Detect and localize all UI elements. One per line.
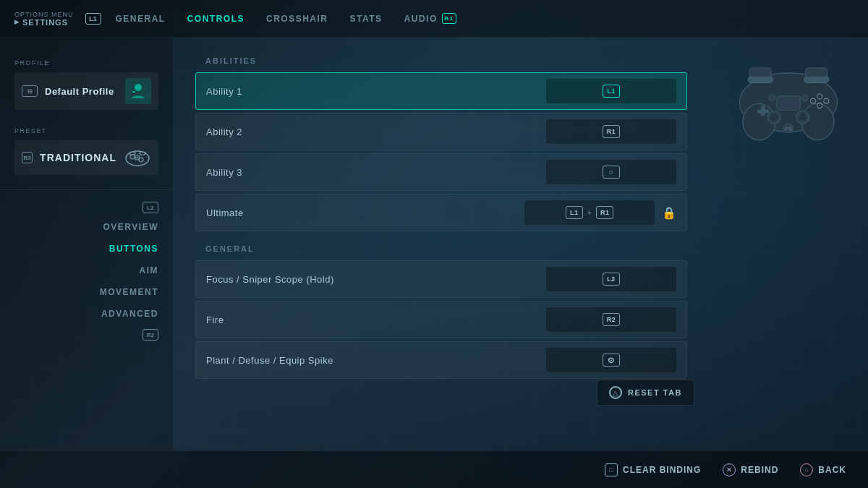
ability-2-name: Ability 2 (206, 127, 546, 137)
reset-tab-label: RESET TAB (628, 388, 682, 397)
tab-stats[interactable]: STATS (350, 11, 383, 27)
tab-controls[interactable]: CONTROLS (187, 11, 244, 27)
abilities-section: ABILITIES Ability 1 L1 Ability 2 R1 (195, 52, 687, 231)
preset-icon (124, 146, 151, 169)
options-menu-title: OPTIONS MENU SETTINGS (14, 11, 74, 27)
top-nav: OPTIONS MENU SETTINGS L1 GENERAL CONTROL… (0, 0, 868, 38)
svg-rect-17 (757, 109, 769, 113)
clear-binding-label: Clear Binding (623, 465, 701, 475)
bottom-bar: □ Clear Binding ✕ Rebind ○ Back (0, 450, 868, 488)
ability-1-name: Ability 1 (206, 86, 546, 97)
profile-card[interactable]: ⊟ Default Profile (14, 72, 158, 110)
focus-key: L2 (546, 267, 676, 291)
reset-tab-button[interactable]: △ RESET TAB (597, 380, 694, 406)
ultimate-key: L1 + R1 (524, 200, 655, 225)
profile-badge: ⊟ (22, 85, 38, 97)
ability-2-key: R1 (546, 119, 676, 144)
ability-3-badge: ○ (603, 166, 620, 179)
svg-point-0 (135, 84, 142, 91)
svg-point-3 (130, 155, 135, 159)
ability-2-row[interactable]: Ability 2 R1 (195, 113, 687, 150)
focus-row[interactable]: Focus / Sniper Scope (Hold) L2 (195, 260, 687, 298)
sidebar-item-movement[interactable]: MOVEMENT (0, 281, 173, 303)
svg-rect-29 (805, 68, 827, 77)
plant-name: Plant / Defuse / Equip Spike (206, 355, 546, 366)
profile-name: Default Profile (45, 86, 114, 97)
lock-icon: 🔒 (662, 206, 676, 220)
r1-tab-badge: R1 (442, 13, 456, 24)
r2-badge: R2 (142, 329, 158, 341)
square-button-icon: □ (605, 463, 618, 476)
fire-badge: R2 (603, 313, 620, 326)
ultimate-r1-badge: R1 (596, 206, 613, 219)
svg-rect-28 (749, 68, 772, 77)
clear-binding-action[interactable]: □ Clear Binding (605, 463, 701, 476)
ability-1-key: L1 (546, 79, 676, 103)
svg-point-14 (801, 95, 808, 101)
reset-tab-icon: △ (609, 386, 622, 399)
settings-label: SETTINGS (14, 18, 74, 27)
sidebar-nav: L2 OVERVIEW BUTTONS AIM MOVEMENT ADVANCE… (0, 190, 173, 352)
svg-point-25 (799, 114, 807, 121)
l1-nav-badge: L1 (85, 13, 101, 25)
preset-badge: R3 (22, 152, 33, 163)
ultimate-row[interactable]: Ultimate L1 + R1 🔒 (195, 194, 687, 231)
back-label: Back (818, 465, 846, 475)
sidebar-item-overview[interactable]: OVERVIEW (0, 216, 173, 238)
profile-label: PROFILE (14, 59, 158, 67)
l2-badge-row: L2 (0, 202, 173, 213)
svg-rect-1 (132, 91, 135, 93)
plant-row[interactable]: Plant / Defuse / Equip Spike ⊙ (195, 341, 687, 379)
general-section: GENERAL Focus / Sniper Scope (Hold) L2 F… (195, 240, 687, 379)
ability-3-name: Ability 3 (206, 167, 546, 178)
ability-1-row[interactable]: Ability 1 L1 (195, 72, 687, 110)
preset-card[interactable]: R3 TRADITIONAL (14, 140, 158, 175)
ultimate-l1-badge: L1 (566, 206, 583, 219)
l2-badge: L2 (142, 202, 158, 213)
ability-2-badge: R1 (603, 125, 620, 138)
o-button-icon: ○ (800, 463, 813, 476)
fire-row[interactable]: Fire R2 (195, 301, 687, 338)
tab-general[interactable]: GENERAL (116, 11, 166, 27)
svg-text:PS: PS (785, 126, 792, 132)
rebind-action[interactable]: ✕ Rebind (723, 463, 778, 476)
preset-name: TRADITIONAL (40, 152, 116, 163)
general-header: GENERAL (195, 240, 687, 260)
profile-section: PROFILE ⊟ Default Profile (0, 52, 173, 120)
ability-3-row[interactable]: Ability 3 ○ (195, 153, 687, 191)
sidebar-item-buttons[interactable]: BUTTONS (0, 238, 173, 260)
focus-badge: L2 (603, 273, 620, 286)
svg-rect-13 (777, 96, 800, 111)
main-content: PROFILE ⊟ Default Profile (0, 38, 868, 450)
plant-badge: ⊙ (603, 354, 620, 367)
preset-section: PRESET R3 TRADITIONAL (0, 120, 173, 190)
ultimate-plus: + (587, 208, 592, 217)
profile-icon (125, 78, 151, 104)
nav-tabs: GENERAL CONTROLS CROSSHAIR STATS AUDIO R… (116, 10, 854, 27)
options-menu-label: OPTIONS MENU (14, 11, 74, 18)
back-action[interactable]: ○ Back (800, 463, 846, 476)
fire-name: Fire (206, 314, 546, 325)
sidebar: PROFILE ⊟ Default Profile (0, 38, 174, 450)
controller-area: PS (709, 38, 868, 450)
rebind-label: Rebind (741, 465, 778, 475)
x-button-icon: ✕ (723, 463, 736, 476)
svg-point-15 (769, 95, 775, 101)
controller-image: PS (723, 52, 854, 146)
sidebar-item-advanced[interactable]: ADVANCED (0, 303, 173, 325)
focus-name: Focus / Sniper Scope (Hold) (206, 274, 546, 285)
tab-crosshair[interactable]: CROSSHAIR (266, 11, 328, 27)
r2-badge-row: R2 (0, 329, 173, 341)
abilities-header: ABILITIES (195, 52, 687, 72)
svg-point-23 (770, 114, 778, 121)
tab-audio[interactable]: AUDIO R1 (404, 10, 456, 27)
ability-1-badge: L1 (603, 85, 620, 98)
plant-key: ⊙ (546, 348, 676, 372)
sidebar-item-aim[interactable]: AIM (0, 260, 173, 281)
preset-label: PRESET (14, 127, 158, 134)
ability-3-key: ○ (546, 160, 676, 184)
fire-key: R2 (546, 307, 676, 332)
ultimate-name: Ultimate (206, 207, 524, 218)
